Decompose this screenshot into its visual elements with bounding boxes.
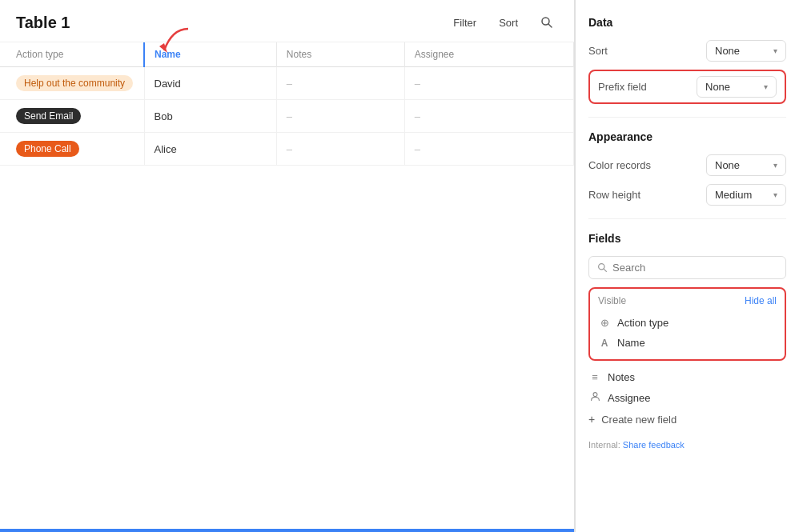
- fields-section-title: Fields: [588, 232, 786, 245]
- data-section-title: Data: [588, 16, 786, 29]
- divider-1: [588, 117, 786, 118]
- table-header: Table 1 Filter Sort: [0, 0, 574, 42]
- row-height-dropdown[interactable]: Medium ▾: [706, 184, 786, 206]
- prefix-field-chevron-icon: ▾: [764, 82, 768, 91]
- data-section: Data Sort None ▾ Prefix field None ▾: [588, 16, 786, 104]
- cell-action-type: Help out the community: [0, 67, 144, 100]
- row-height-row: Row height Medium ▾: [588, 184, 786, 206]
- cell-action-type: Phone Call: [0, 133, 144, 166]
- fields-search-input[interactable]: [612, 262, 777, 274]
- color-records-dropdown[interactable]: None ▾: [706, 154, 786, 176]
- color-records-row: Color records None ▾: [588, 154, 786, 176]
- cell-action-type: Send Email: [0, 100, 144, 133]
- svg-line-4: [604, 269, 606, 271]
- appearance-section: Appearance Color records None ▾ Row heig…: [588, 130, 786, 206]
- cell-assignee: –: [404, 133, 573, 166]
- internal-link-row: Internal: Share feedback: [588, 440, 786, 450]
- sort-dropdown[interactable]: None ▾: [706, 40, 786, 62]
- divider-2: [588, 218, 786, 219]
- cell-assignee: –: [404, 67, 573, 100]
- visible-header: Visible Hide all: [598, 295, 777, 306]
- cell-notes: –: [276, 67, 404, 100]
- table-row: Help out the community David – –: [0, 67, 574, 100]
- action-badge: Send Email: [16, 108, 81, 124]
- col-notes: Notes: [276, 42, 404, 67]
- fields-search-icon: [597, 262, 608, 273]
- action-badge: Help out the community: [16, 75, 133, 91]
- row-height-chevron-icon: ▾: [773, 190, 777, 199]
- filter-button[interactable]: Filter: [448, 14, 481, 32]
- field-item-assignee[interactable]: Assignee: [588, 387, 786, 408]
- svg-point-5: [593, 393, 597, 397]
- fields-section: Fields Visible Hide all ⊕ Action type A …: [588, 232, 786, 450]
- col-assignee: Assignee: [404, 42, 573, 67]
- table-row: Send Email Bob – –: [0, 100, 574, 133]
- search-icon: [540, 16, 553, 29]
- notes-field-name: Notes: [608, 371, 786, 383]
- color-records-chevron-icon: ▾: [773, 161, 777, 170]
- table-row: Phone Call Alice – –: [0, 133, 574, 166]
- assignee-field-name: Assignee: [608, 392, 786, 404]
- right-panel: Data Sort None ▾ Prefix field None ▾ App…: [575, 0, 799, 532]
- cell-name: Alice: [144, 133, 276, 166]
- prefix-field-value: None: [705, 81, 730, 93]
- cell-notes: –: [276, 133, 404, 166]
- color-records-label: Color records: [588, 159, 706, 171]
- visible-label: Visible: [598, 295, 626, 306]
- sort-button[interactable]: Sort: [494, 14, 523, 32]
- internal-label: Internal:: [588, 440, 620, 450]
- sort-label: Sort: [588, 45, 706, 57]
- sort-row: Sort None ▾: [588, 40, 786, 62]
- visible-section: Visible Hide all ⊕ Action type A Name: [588, 287, 786, 361]
- action-type-name: Action type: [617, 317, 777, 329]
- row-height-value: Medium: [715, 189, 752, 201]
- sort-value: None: [715, 45, 740, 57]
- cell-name: Bob: [144, 100, 276, 133]
- col-action-type: Action type: [0, 42, 144, 67]
- sort-chevron-icon: ▾: [773, 46, 777, 55]
- svg-line-2: [548, 24, 552, 27]
- hide-all-link[interactable]: Hide all: [745, 295, 777, 306]
- create-new-label: Create new field: [601, 414, 677, 426]
- cell-assignee: –: [404, 100, 573, 133]
- notes-icon: ≡: [588, 371, 601, 383]
- left-panel: Table 1 Filter Sort: [0, 0, 575, 532]
- action-type-icon: ⊕: [598, 317, 611, 329]
- color-records-value: None: [715, 159, 740, 171]
- prefix-field-row: Prefix field None ▾: [588, 70, 786, 104]
- fields-search-box: [588, 256, 786, 279]
- search-button[interactable]: [536, 13, 558, 32]
- prefix-field-label: Prefix field: [598, 81, 697, 93]
- field-item-name[interactable]: A Name: [598, 333, 777, 353]
- col-name: Name: [144, 42, 276, 67]
- table-wrapper: Action type Name Notes Assignee Help out…: [0, 42, 574, 532]
- field-item-notes[interactable]: ≡ Notes: [588, 367, 786, 387]
- name-field-icon: A: [598, 338, 611, 349]
- hidden-fields-section: ≡ Notes Assignee: [588, 367, 786, 408]
- plus-icon: +: [588, 413, 595, 426]
- name-field-name: Name: [617, 337, 777, 349]
- create-new-field[interactable]: + Create new field: [588, 408, 786, 430]
- bottom-bar: [0, 529, 574, 532]
- assignee-icon: [588, 391, 601, 404]
- toolbar: Filter Sort: [448, 13, 558, 32]
- action-badge: Phone Call: [16, 141, 79, 157]
- prefix-field-dropdown[interactable]: None ▾: [697, 76, 777, 98]
- cell-notes: –: [276, 100, 404, 133]
- share-feedback-link[interactable]: Share feedback: [623, 440, 685, 450]
- table-title: Table 1: [16, 14, 448, 32]
- field-item-action-type[interactable]: ⊕ Action type: [598, 313, 777, 333]
- row-height-label: Row height: [588, 189, 706, 201]
- appearance-section-title: Appearance: [588, 130, 786, 143]
- cell-name: David: [144, 67, 276, 100]
- main-table: Action type Name Notes Assignee Help out…: [0, 42, 574, 166]
